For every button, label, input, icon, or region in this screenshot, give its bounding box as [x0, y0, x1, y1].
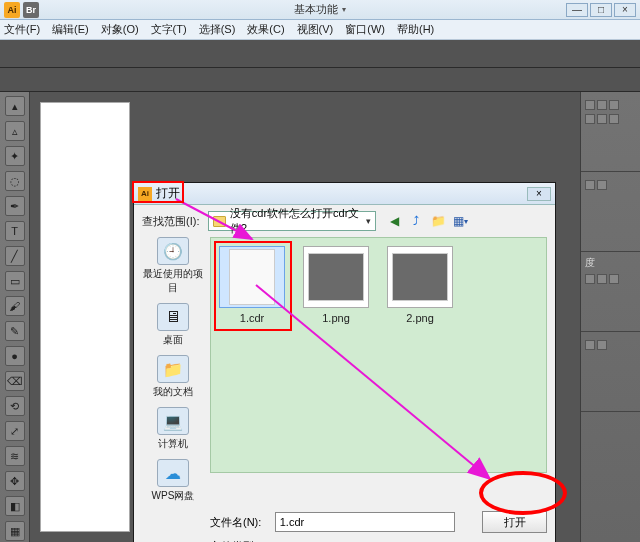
place-wps-label: WPS网盘: [152, 489, 195, 503]
file-item-1png[interactable]: 1.png: [303, 246, 369, 324]
opacity-label: 度: [585, 257, 595, 268]
up-icon[interactable]: ⤴: [408, 213, 424, 229]
menu-help[interactable]: 帮助(H): [397, 22, 434, 37]
chevron-down-icon: ▾: [366, 216, 371, 226]
menu-bar: 文件(F) 编辑(E) 对象(O) 文字(T) 选择(S) 效果(C) 视图(V…: [0, 20, 640, 40]
blob-tool-icon[interactable]: ●: [5, 346, 25, 366]
cloud-icon: ☁: [157, 459, 189, 487]
maximize-button[interactable]: □: [590, 3, 612, 17]
minimize-button[interactable]: —: [566, 3, 588, 17]
workspace: ▴ ▵ ✦ ◌ ✒ T ╱ ▭ 🖌 ✎ ● ⌫ ⟲ ⤢ ≋ ✥ ◧ ▦ 度: [0, 92, 640, 542]
open-button[interactable]: 打开: [482, 511, 547, 533]
open-dialog: Ai 打开 × 查找范围(I): 没有cdr软件怎么打开cdr文件? ▾ ◀ ⤴…: [133, 182, 556, 542]
lasso-tool-icon[interactable]: ◌: [5, 171, 25, 191]
dialog-title: 打开: [156, 185, 180, 202]
folder-icon: [213, 216, 226, 227]
file-list[interactable]: 1.cdr 1.png 2.png: [210, 237, 547, 473]
place-mydocs-label: 我的文档: [153, 385, 193, 399]
look-in-label: 查找范围(I):: [142, 214, 204, 229]
place-recent-label: 最近使用的项目: [143, 267, 203, 295]
dialog-close-button[interactable]: ×: [527, 187, 551, 201]
filename-label: 文件名(N):: [210, 515, 269, 530]
workspace-switcher[interactable]: 基本功能 ▾: [294, 2, 346, 17]
places-bar: 🕘最近使用的项目 🖥桌面 📁我的文档 💻计算机 ☁WPS网盘: [142, 237, 204, 503]
file-name: 2.png: [406, 312, 434, 324]
direct-select-tool-icon[interactable]: ▵: [5, 121, 25, 141]
menu-window[interactable]: 窗口(W): [345, 22, 385, 37]
filename-input[interactable]: [275, 512, 455, 532]
place-desktop[interactable]: 🖥桌面: [143, 303, 203, 347]
perspective-tool-icon[interactable]: ▦: [5, 521, 25, 541]
menu-effect[interactable]: 效果(C): [247, 22, 284, 37]
app-titlebar: Ai Br 基本功能 ▾ — □ ×: [0, 0, 640, 20]
tools-panel: ▴ ▵ ✦ ◌ ✒ T ╱ ▭ 🖌 ✎ ● ⌫ ⟲ ⤢ ≋ ✥ ◧ ▦: [0, 92, 30, 542]
file-name: 1.png: [322, 312, 350, 324]
place-desktop-label: 桌面: [163, 333, 183, 347]
right-panels: 度: [580, 92, 640, 542]
menu-file[interactable]: 文件(F): [4, 22, 40, 37]
views-icon[interactable]: ▦▾: [452, 213, 468, 229]
free-transform-tool-icon[interactable]: ✥: [5, 471, 25, 491]
shape-builder-tool-icon[interactable]: ◧: [5, 496, 25, 516]
place-mydocs[interactable]: 📁我的文档: [143, 355, 203, 399]
width-tool-icon[interactable]: ≋: [5, 446, 25, 466]
magic-wand-tool-icon[interactable]: ✦: [5, 146, 25, 166]
menu-edit[interactable]: 编辑(E): [52, 22, 89, 37]
br-logo-icon: Br: [23, 2, 39, 18]
place-recent[interactable]: 🕘最近使用的项目: [143, 237, 203, 295]
eraser-tool-icon[interactable]: ⌫: [5, 371, 25, 391]
line-tool-icon[interactable]: ╱: [5, 246, 25, 266]
new-folder-icon[interactable]: 📁: [430, 213, 446, 229]
scale-tool-icon[interactable]: ⤢: [5, 421, 25, 441]
menu-object[interactable]: 对象(O): [101, 22, 139, 37]
stroke-panel[interactable]: [581, 172, 640, 252]
color-panel[interactable]: [581, 92, 640, 172]
place-computer-label: 计算机: [158, 437, 188, 451]
file-item-2png[interactable]: 2.png: [387, 246, 453, 324]
options-bar: [0, 68, 640, 92]
chevron-down-icon: ▾: [342, 5, 346, 14]
rotate-tool-icon[interactable]: ⟲: [5, 396, 25, 416]
menu-view[interactable]: 视图(V): [297, 22, 334, 37]
dialog-ai-icon: Ai: [138, 187, 152, 201]
rectangle-tool-icon[interactable]: ▭: [5, 271, 25, 291]
workspace-label: 基本功能: [294, 2, 338, 17]
look-in-value: 没有cdr软件怎么打开cdr文件?: [230, 206, 362, 236]
pen-tool-icon[interactable]: ✒: [5, 196, 25, 216]
pencil-tool-icon[interactable]: ✎: [5, 321, 25, 341]
artboard: [40, 102, 130, 532]
recent-icon: 🕘: [157, 237, 189, 265]
documents-icon: 📁: [157, 355, 189, 383]
file-name: 1.cdr: [240, 312, 264, 324]
place-computer[interactable]: 💻计算机: [143, 407, 203, 451]
file-thumb-icon: [219, 246, 285, 308]
place-wps[interactable]: ☁WPS网盘: [143, 459, 203, 503]
file-item-1cdr[interactable]: 1.cdr: [219, 246, 285, 324]
file-thumb-icon: [387, 246, 453, 308]
layers-panel[interactable]: [581, 332, 640, 412]
menu-type[interactable]: 文字(T): [151, 22, 187, 37]
dialog-titlebar: Ai 打开 ×: [134, 183, 555, 205]
brush-tool-icon[interactable]: 🖌: [5, 296, 25, 316]
desktop-icon: 🖥: [157, 303, 189, 331]
menu-select[interactable]: 选择(S): [199, 22, 236, 37]
computer-icon: 💻: [157, 407, 189, 435]
ai-logo-icon: Ai: [4, 2, 20, 18]
type-tool-icon[interactable]: T: [5, 221, 25, 241]
control-bar: [0, 40, 640, 68]
look-in-combo[interactable]: 没有cdr软件怎么打开cdr文件? ▾: [208, 211, 376, 231]
transparency-panel[interactable]: 度: [581, 252, 640, 332]
file-thumb-icon: [303, 246, 369, 308]
back-icon[interactable]: ◀: [386, 213, 402, 229]
selection-tool-icon[interactable]: ▴: [5, 96, 25, 116]
close-button[interactable]: ×: [614, 3, 636, 17]
